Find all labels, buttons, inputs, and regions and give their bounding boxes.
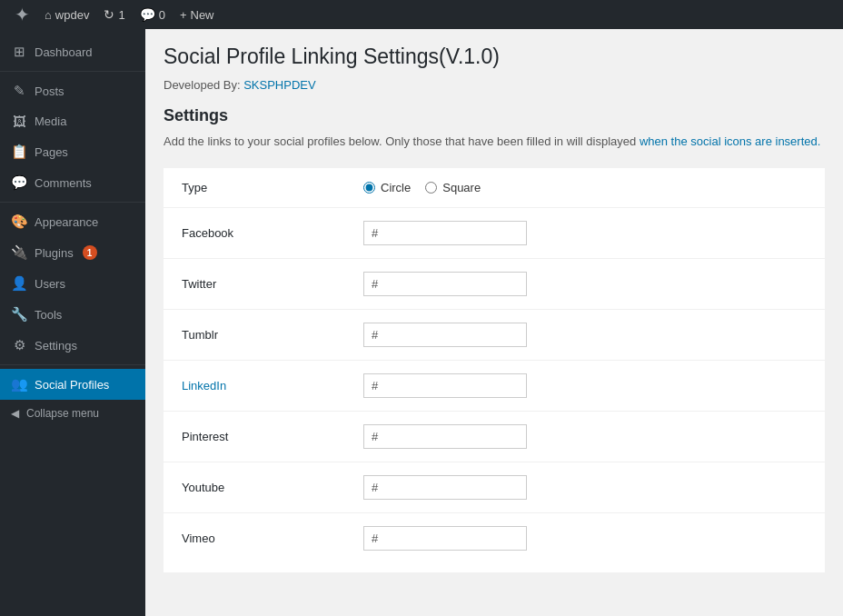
settings-description: Add the links to your social profiles be… — [164, 133, 825, 151]
sidebar-item-label: Appearance — [35, 215, 98, 229]
vimeo-row: Vimeo — [164, 513, 825, 563]
linkedin-input[interactable] — [363, 373, 527, 398]
wp-logo-button[interactable]: ✦ — [7, 0, 37, 29]
circle-radio[interactable] — [363, 182, 375, 194]
linkedin-label[interactable]: LinkedIn — [182, 379, 363, 392]
plus-icon: + — [180, 8, 187, 22]
sidebar-item-pages[interactable]: 📋 Pages — [0, 136, 145, 167]
sidebar-item-users[interactable]: 👤 Users — [0, 268, 145, 299]
sidebar-item-label: Comments — [35, 176, 92, 190]
tumblr-row: Tumblr — [164, 310, 825, 361]
tumblr-input-wrap — [363, 323, 807, 347]
collapse-label: Collapse menu — [26, 407, 99, 420]
twitter-input[interactable] — [363, 272, 527, 296]
menu-separator-1 — [0, 71, 145, 72]
sidebar-item-media[interactable]: 🖼 Media — [0, 106, 145, 136]
settings-form: Type Circle Square — [164, 168, 825, 572]
updates-icon: ↻ — [104, 7, 114, 22]
developed-by-link[interactable]: SKSPHPDEV — [243, 78, 315, 92]
pinterest-input[interactable] — [363, 424, 527, 449]
settings-heading: Settings — [164, 106, 825, 125]
appearance-icon: 🎨 — [11, 214, 27, 230]
sidebar-item-label: Settings — [35, 339, 77, 353]
facebook-input-wrap — [363, 221, 807, 245]
tools-icon: 🔧 — [11, 306, 27, 323]
media-icon: 🖼 — [11, 114, 27, 129]
sidebar-item-plugins[interactable]: 🔌 Plugins 1 — [0, 237, 145, 268]
sidebar-item-label: Pages — [35, 145, 68, 159]
sidebar-item-label: Users — [35, 277, 65, 291]
social-profiles-icon: 👥 — [11, 376, 27, 392]
facebook-input[interactable] — [363, 221, 527, 245]
description-highlight: when the social icons are inserted. — [640, 134, 820, 148]
dashboard-icon: ⊞ — [11, 44, 27, 60]
twitter-row: Twitter — [164, 259, 825, 310]
menu-separator-3 — [0, 364, 145, 365]
linkedin-input-wrap — [363, 373, 807, 398]
users-icon: 👤 — [11, 275, 27, 292]
site-name: wpdev — [55, 8, 90, 22]
main-content: Social Profile Linking Settings(V.1.0) D… — [145, 29, 843, 616]
square-label: Square — [442, 181, 481, 194]
page-title: Social Profile Linking Settings(V.1.0) — [164, 44, 825, 71]
sidebar-item-tools[interactable]: 🔧 Tools — [0, 299, 145, 330]
comments-count: 0 — [159, 8, 165, 22]
sidebar-item-label: Tools — [35, 308, 62, 322]
type-label: Type — [182, 181, 363, 194]
sidebar-item-dashboard[interactable]: ⊞ Dashboard — [0, 36, 145, 67]
twitter-label: Twitter — [182, 277, 363, 291]
menu-separator-2 — [0, 202, 145, 203]
circle-label: Circle — [381, 181, 411, 194]
home-icon: ⌂ — [45, 8, 52, 22]
vimeo-input-wrap — [363, 526, 807, 551]
new-label: New — [191, 8, 214, 22]
facebook-row: Facebook — [164, 208, 825, 259]
pages-icon: 📋 — [11, 144, 27, 160]
square-radio[interactable] — [425, 182, 437, 194]
main-wrapper: ⊞ Dashboard ✎ Posts 🖼 Media 📋 Pages 💬 Co… — [0, 29, 843, 616]
developed-by: Developed By: SKSPHPDEV — [164, 78, 825, 92]
content-wrap: Social Profile Linking Settings(V.1.0) D… — [164, 44, 825, 572]
collapse-menu-button[interactable]: ◀ Collapse menu — [0, 400, 145, 427]
sidebar-item-appearance[interactable]: 🎨 Appearance — [0, 206, 145, 237]
pinterest-input-wrap — [363, 424, 807, 449]
updates-count: 1 — [118, 8, 124, 22]
circle-option[interactable]: Circle — [363, 181, 411, 194]
updates-button[interactable]: ↻ 1 — [96, 0, 132, 29]
vimeo-input[interactable] — [363, 526, 527, 551]
description-text: Add the links to your social profiles be… — [164, 134, 640, 148]
settings-icon: ⚙ — [11, 337, 27, 353]
collapse-icon: ◀ — [11, 407, 19, 420]
sidebar-item-posts[interactable]: ✎ Posts — [0, 75, 145, 106]
sidebar-item-social-profiles[interactable]: 👥 Social Profiles — [0, 369, 145, 400]
plugins-badge: 1 — [83, 245, 97, 260]
comments-nav-icon: 💬 — [11, 174, 27, 191]
sidebar-item-label: Media — [35, 114, 66, 128]
sidebar-item-comments[interactable]: 💬 Comments — [0, 167, 145, 198]
developed-by-label: Developed By: — [164, 78, 241, 92]
type-input-group: Circle Square — [363, 181, 807, 194]
plugins-icon: 🔌 — [11, 244, 27, 261]
twitter-input-wrap — [363, 272, 807, 296]
radio-group: Circle Square — [363, 181, 807, 194]
type-row: Type Circle Square — [164, 168, 825, 208]
sidebar: ⊞ Dashboard ✎ Posts 🖼 Media 📋 Pages 💬 Co… — [0, 29, 145, 616]
admin-bar: ✦ ⌂ wpdev ↻ 1 💬 0 + New — [0, 0, 843, 29]
youtube-label: Youtube — [182, 481, 363, 494]
sidebar-item-label: Dashboard — [35, 45, 93, 59]
wp-logo-icon: ✦ — [15, 4, 30, 25]
tumblr-input[interactable] — [363, 323, 527, 347]
vimeo-label: Vimeo — [182, 532, 363, 545]
pinterest-row: Pinterest — [164, 412, 825, 462]
sidebar-item-label: Social Profiles — [35, 378, 109, 392]
square-option[interactable]: Square — [425, 181, 481, 194]
facebook-label: Facebook — [182, 226, 363, 240]
sidebar-item-label: Posts — [35, 84, 64, 98]
youtube-input-wrap — [363, 475, 807, 500]
sidebar-item-settings[interactable]: ⚙ Settings — [0, 330, 145, 361]
new-content-button[interactable]: + New — [173, 0, 222, 29]
site-name-button[interactable]: ⌂ wpdev — [37, 0, 96, 29]
comments-icon: 💬 — [140, 7, 155, 22]
comments-button[interactable]: 💬 0 — [133, 0, 173, 29]
youtube-input[interactable] — [363, 475, 527, 500]
